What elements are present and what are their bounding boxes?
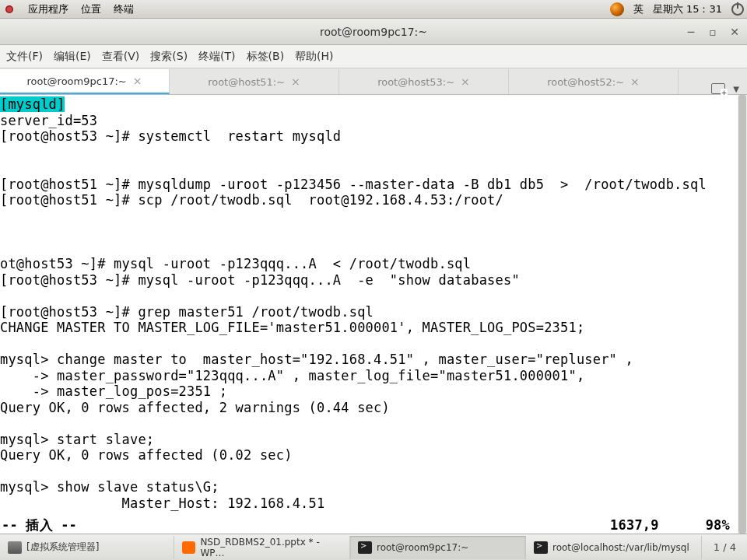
tab-menu-dropdown-icon[interactable]: ▼ bbox=[733, 85, 739, 93]
tab-host53[interactable]: root@host53:~ × bbox=[339, 69, 509, 94]
vim-mode: -- 插入 -- bbox=[2, 517, 77, 534]
terminal-line: mysql> show slave status\G; bbox=[0, 479, 219, 495]
tab-close-icon[interactable]: × bbox=[291, 75, 300, 88]
close-button[interactable]: ✕ bbox=[728, 26, 741, 38]
window-title: root@room9pc17:~ bbox=[320, 26, 427, 38]
tab-close-icon[interactable]: × bbox=[630, 75, 640, 88]
vm-icon bbox=[8, 541, 22, 554]
activities-icon[interactable] bbox=[3, 3, 16, 16]
vim-cursor-pos: 1637,9 bbox=[610, 517, 659, 534]
tab-label: root@host53:~ bbox=[377, 76, 454, 88]
desktop-taskbar: [虚拟系统管理器] NSD_RDBMS2_01.pptx * - WP… roo… bbox=[0, 534, 747, 560]
terminal-menu[interactable]: 终端 bbox=[114, 2, 134, 16]
apps-menu[interactable]: 应用程序 bbox=[28, 2, 68, 16]
minimize-button[interactable]: ─ bbox=[685, 26, 697, 38]
tabbar: root@room9pc17:~ × root@host51:~ × root@… bbox=[0, 68, 747, 95]
maximize-button[interactable]: ▫ bbox=[707, 26, 719, 38]
menu-help[interactable]: 帮助(H) bbox=[295, 50, 333, 64]
tab-host51[interactable]: root@host51:~ × bbox=[170, 69, 339, 94]
terminal-line: server_id=53 bbox=[0, 113, 97, 128]
terminal-body[interactable]: [mysqld] server_id=53 [root@host53 ~]# s… bbox=[0, 95, 747, 534]
task-label: root@room9pc17:~ bbox=[377, 542, 468, 553]
terminal-line: [root@host53 ~]# mysql -uroot -p123qqq..… bbox=[0, 272, 520, 288]
task-terminal-room9pc17[interactable]: root@room9pc17:~ bbox=[350, 536, 526, 559]
task-vm-manager[interactable]: [虚拟系统管理器] bbox=[0, 536, 174, 559]
workspace-indicator[interactable]: 1 / 4 bbox=[703, 541, 747, 553]
terminal-line: ot@host53 ~]# mysql -uroot -p123qqq...A … bbox=[0, 256, 471, 271]
terminal-line: [root@host53 ~]# systemctl restart mysql… bbox=[0, 128, 341, 144]
terminal-line: [root@host53 ~]# grep master51 /root/two… bbox=[0, 304, 374, 320]
menu-view[interactable]: 查看(V) bbox=[102, 50, 140, 64]
terminal-icon bbox=[358, 541, 372, 554]
mysqld-section-tag: [mysqld] bbox=[0, 96, 65, 112]
terminal-line: [root@host51 ~]# mysqldump -uroot -p1234… bbox=[0, 177, 707, 192]
terminal-line: mysql> start slave; bbox=[0, 432, 154, 447]
update-indicator-icon[interactable] bbox=[610, 2, 624, 16]
tab-label: root@room9pc17:~ bbox=[27, 75, 127, 87]
new-tab-icon[interactable] bbox=[711, 83, 725, 94]
wps-icon bbox=[182, 541, 195, 554]
scrollbar-thumb[interactable] bbox=[738, 95, 746, 534]
terminal-line: Query OK, 0 rows affected, 2 warnings (0… bbox=[0, 400, 390, 415]
tab-label: root@host51:~ bbox=[208, 76, 285, 88]
task-label: NSD_RDBMS2_01.pptx * - WP… bbox=[200, 537, 342, 558]
power-icon[interactable] bbox=[731, 3, 744, 16]
terminal-line: CHANGE MASTER TO MASTER_LOG_FILE='master… bbox=[0, 320, 584, 335]
menu-tabs[interactable]: 标签(B) bbox=[247, 50, 285, 64]
task-label: [虚拟系统管理器] bbox=[26, 541, 99, 554]
task-wps[interactable]: NSD_RDBMS2_01.pptx * - WP… bbox=[174, 536, 350, 559]
terminal-line: Query OK, 0 rows affected (0.02 sec) bbox=[0, 447, 293, 463]
places-menu[interactable]: 位置 bbox=[81, 2, 101, 16]
tab-host52[interactable]: root@host52:~ × bbox=[509, 69, 679, 94]
terminal-line: -> master_password="123qqq...A" , master… bbox=[0, 368, 584, 383]
menu-terminal[interactable]: 终端(T) bbox=[198, 50, 235, 64]
menu-file[interactable]: 文件(F) bbox=[6, 50, 43, 64]
ime-indicator[interactable]: 英 bbox=[633, 2, 644, 16]
terminal-line: Master_Host: 192.168.4.51 bbox=[0, 495, 324, 511]
vim-status-line: -- 插入 -- 1637,9 98% bbox=[0, 516, 738, 534]
window-titlebar: root@room9pc17:~ ─ ▫ ✕ bbox=[0, 19, 747, 45]
tab-close-icon[interactable]: × bbox=[461, 75, 470, 88]
tab-close-icon[interactable]: × bbox=[133, 75, 142, 87]
task-label: root@localhost:/var/lib/mysql bbox=[552, 542, 689, 553]
desktop-topbar: 应用程序 位置 终端 英 星期六 15：31 bbox=[0, 0, 747, 19]
tab-room9pc17[interactable]: root@room9pc17:~ × bbox=[0, 69, 170, 94]
terminal-line: mysql> change master to master_host="192… bbox=[0, 352, 633, 367]
vim-scroll-pct: 98% bbox=[706, 517, 730, 534]
tab-label: root@host52:~ bbox=[547, 76, 624, 88]
terminal-line: [root@host51 ~]# scp /root/twodb.sql roo… bbox=[0, 192, 503, 208]
menu-edit[interactable]: 编辑(E) bbox=[54, 50, 91, 64]
menubar: 文件(F) 编辑(E) 查看(V) 搜索(S) 终端(T) 标签(B) 帮助(H… bbox=[0, 45, 747, 68]
terminal-line: -> master_log_pos=2351 ; bbox=[0, 383, 227, 399]
menu-search[interactable]: 搜索(S) bbox=[150, 50, 188, 64]
task-terminal-localhost[interactable]: root@localhost:/var/lib/mysql bbox=[526, 536, 702, 559]
terminal-scrollbar[interactable] bbox=[738, 95, 747, 534]
terminal-icon bbox=[534, 541, 548, 554]
clock[interactable]: 星期六 15：31 bbox=[653, 2, 722, 16]
